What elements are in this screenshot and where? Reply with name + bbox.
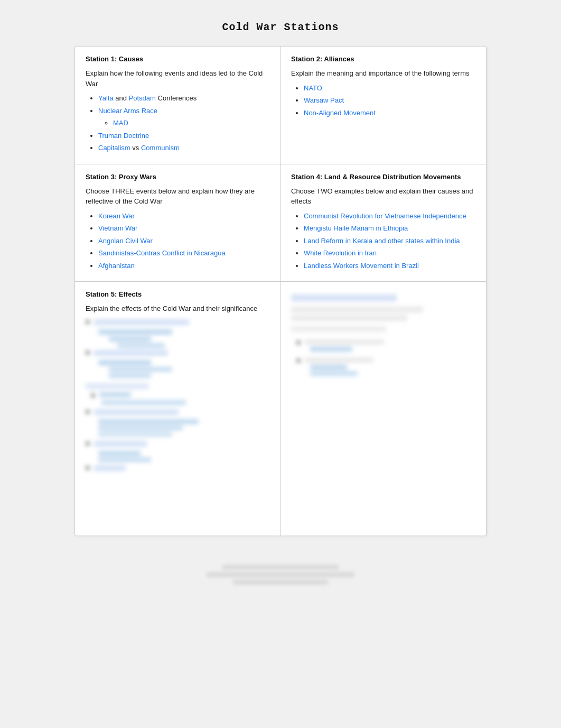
station-5-right-blurred xyxy=(291,294,475,377)
list-item: Angolan Civil War xyxy=(98,236,269,246)
nato-link[interactable]: NATO xyxy=(304,84,322,92)
row-2: Station 3: Proxy Wars Choose THREE event… xyxy=(75,164,486,282)
list-item: NATO xyxy=(304,83,475,94)
station-4-desc: Choose TWO examples below and explain th… xyxy=(291,186,475,207)
mad-item: MAD xyxy=(113,118,269,128)
station-3-cell: Station 3: Proxy Wars Choose THREE event… xyxy=(75,164,280,282)
communism-link[interactable]: Communism xyxy=(141,144,180,152)
station-5-right-cell xyxy=(280,282,486,536)
page-title: Cold War Stations xyxy=(222,21,339,33)
landless-workers-link[interactable]: Landless Workers Movement in Brazil xyxy=(304,262,419,270)
vs-text: vs xyxy=(132,144,141,152)
list-item: Afghanistan xyxy=(98,261,269,271)
mengistu-link[interactable]: Mengistu Haile Mariam in Ethiopia xyxy=(304,224,408,232)
vietnam-war-link[interactable]: Vietnam War xyxy=(98,224,137,232)
station-2-list: NATO Warsaw Pact Non-Aligned Movement xyxy=(291,83,475,118)
station-2-cell: Station 2: Alliances Explain the meaning… xyxy=(280,47,486,164)
non-aligned-link[interactable]: Non-Aligned Movement xyxy=(304,109,376,117)
list-item: Vietnam War xyxy=(98,223,269,234)
list-item: Landless Workers Movement in Brazil xyxy=(304,261,475,271)
station-3-list: Korean War Vietnam War Angolan Civil War… xyxy=(86,211,269,271)
list-item: Nuclear Arms Race MAD xyxy=(98,106,269,128)
main-card: Station 1: Causes Explain how the follow… xyxy=(74,46,487,536)
station-2-desc: Explain the meaning and importance of th… xyxy=(291,68,475,79)
list-item: Mengistu Haile Mariam in Ethiopia xyxy=(304,223,475,234)
list-item: Truman Doctrine xyxy=(98,131,269,141)
station-5-cell: Station 5: Effects Explain the effects o… xyxy=(75,282,280,536)
station-4-list: Communist Revolution for Vietnamese Inde… xyxy=(291,211,475,271)
capitalism-link[interactable]: Capitalism xyxy=(98,144,130,152)
conferences-text: Conferences xyxy=(158,94,197,102)
list-item: Land Reform in Kerala and other states w… xyxy=(304,236,475,246)
mad-link[interactable]: MAD xyxy=(113,119,128,127)
nuclear-arms-race-link[interactable]: Nuclear Arms Race xyxy=(98,107,157,115)
sandinistas-link[interactable]: Sandinistas-Contras Conflict in Nicaragu… xyxy=(98,249,226,257)
warsaw-pact-link[interactable]: Warsaw Pact xyxy=(304,96,344,104)
sub-list: MAD xyxy=(98,118,269,128)
potsdam-link[interactable]: Potsdam xyxy=(129,94,156,102)
list-item: Sandinistas-Contras Conflict in Nicaragu… xyxy=(98,248,269,259)
afghanistan-link[interactable]: Afghanistan xyxy=(98,262,135,270)
station-3-desc: Choose THREE events below and explain ho… xyxy=(86,186,269,207)
station-1-desc: Explain how the following events and ide… xyxy=(86,68,269,89)
korean-war-link[interactable]: Korean War xyxy=(98,212,135,220)
list-item: Korean War xyxy=(98,211,269,222)
station-4-cell: Station 4: Land & Resource Distribution … xyxy=(280,164,486,282)
land-reform-link[interactable]: Land Reform in Kerala and other states w… xyxy=(304,237,460,245)
truman-doctrine-link[interactable]: Truman Doctrine xyxy=(98,132,149,140)
angolan-civil-war-link[interactable]: Angolan Civil War xyxy=(98,237,153,245)
station-1-cell: Station 1: Causes Explain how the follow… xyxy=(75,47,280,164)
station-5-desc: Explain the effects of the Cold War and … xyxy=(86,303,269,314)
list-item: Non-Aligned Movement xyxy=(304,108,475,118)
row-1: Station 1: Causes Explain how the follow… xyxy=(75,47,486,164)
list-item: White Revolution in Iran xyxy=(304,248,475,259)
list-item: Yalta and Potsdam Conferences xyxy=(98,93,269,104)
list-item: Warsaw Pact xyxy=(304,95,475,106)
station-1-list: Yalta and Potsdam Conferences Nuclear Ar… xyxy=(86,93,269,153)
white-revolution-link[interactable]: White Revolution in Iran xyxy=(304,249,377,257)
yalta-link[interactable]: Yalta xyxy=(98,94,114,102)
list-item: Communist Revolution for Vietnamese Inde… xyxy=(304,211,475,222)
footer xyxy=(207,563,354,587)
row-3: Station 5: Effects Explain the effects o… xyxy=(75,282,486,536)
station-2-title: Station 2: Alliances xyxy=(291,55,475,63)
station-4-title: Station 4: Land & Resource Distribution … xyxy=(291,173,475,181)
station-5-blurred-content xyxy=(86,319,269,471)
list-item: Capitalism vs Communism xyxy=(98,143,269,153)
and-text: and xyxy=(115,94,128,102)
station-5-title: Station 5: Effects xyxy=(86,290,269,298)
station-3-title: Station 3: Proxy Wars xyxy=(86,173,269,181)
station-1-title: Station 1: Causes xyxy=(86,55,269,63)
communist-revolution-link[interactable]: Communist Revolution for Vietnamese Inde… xyxy=(304,212,466,220)
